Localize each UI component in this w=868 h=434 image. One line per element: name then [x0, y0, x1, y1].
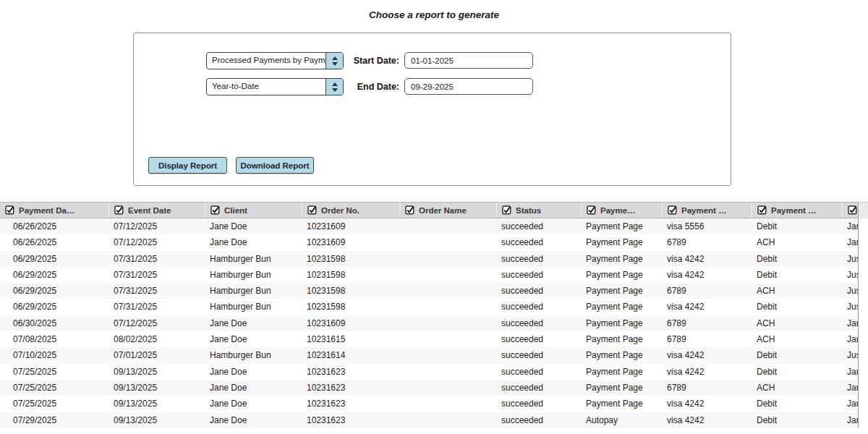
column-header[interactable]: Payment …	[662, 203, 752, 218]
table-row[interactable]: 07/25/202509/13/2025Jane Doe10231623succ…	[0, 364, 858, 380]
table-cell: 10231598	[302, 251, 399, 267]
column-checkbox-icon[interactable]	[210, 205, 220, 215]
table-cell	[399, 267, 496, 283]
display-report-button[interactable]: Display Report	[148, 157, 227, 174]
table-cell	[399, 234, 496, 250]
end-date-label: End Date:	[305, 78, 399, 95]
table-cell: Payment Page	[581, 364, 662, 380]
table-row[interactable]: 06/29/202507/31/2025Hamburger Bun1023159…	[0, 299, 858, 315]
table-body: 06/26/202507/12/2025Jane Doe10231609succ…	[0, 218, 858, 428]
table-cell: ACH	[752, 234, 842, 250]
table-cell: Jus	[842, 251, 859, 267]
table-cell: Jus	[842, 347, 859, 363]
table-row[interactable]: 06/29/202507/31/2025Hamburger Bun1023159…	[0, 267, 858, 283]
table-cell: succeeded	[496, 396, 581, 412]
table-cell: 6789	[662, 315, 752, 331]
column-header[interactable]: Payment Da…	[0, 203, 109, 218]
start-date-label: Start Date:	[305, 52, 399, 69]
table-cell: 06/29/2025	[0, 251, 109, 267]
table-row[interactable]: 06/26/202507/12/2025Jane Doe10231609succ…	[0, 234, 858, 250]
table-header: Payment Da…Event DateClientOrder No.Orde…	[0, 202, 858, 218]
table-cell: succeeded	[496, 218, 581, 234]
table-cell: Jane Doe	[205, 315, 302, 331]
table-cell: 10231609	[302, 218, 399, 234]
table-cell: 07/29/2025	[0, 412, 109, 428]
table-cell: succeeded	[496, 364, 581, 380]
column-header[interactable]: Payment …	[752, 203, 842, 218]
table-cell: 07/10/2025	[0, 347, 109, 363]
table-cell: 6789	[662, 283, 752, 299]
table-cell: succeeded	[496, 331, 581, 347]
column-header-label: Payment Da…	[19, 206, 75, 215]
table-cell: 07/31/2025	[109, 251, 205, 267]
table-cell: succeeded	[496, 234, 581, 250]
column-header[interactable]: Status	[496, 203, 581, 218]
table-cell: Jane Doe	[205, 331, 302, 347]
table-cell: 10231623	[302, 412, 399, 428]
column-header[interactable]: Order No.	[302, 203, 399, 218]
table-cell: Jan	[842, 380, 859, 396]
column-checkbox-icon[interactable]	[114, 205, 124, 215]
start-date-input[interactable]	[404, 52, 533, 69]
table-row[interactable]: 06/29/202507/31/2025Hamburger Bun1023159…	[0, 251, 858, 267]
table-cell: Payment Page	[581, 234, 662, 250]
table-cell: Payment Page	[581, 347, 662, 363]
table-cell: 07/31/2025	[109, 267, 205, 283]
table-cell: Payment Page	[581, 315, 662, 331]
column-header-label: Payme…	[600, 206, 636, 215]
table-cell: Hamburger Bun	[205, 283, 302, 299]
table-cell: 09/13/2025	[109, 412, 205, 428]
table-cell	[399, 396, 496, 412]
table-cell: visa 4242	[662, 251, 752, 267]
table-row[interactable]: 07/10/202507/01/2025Hamburger Bun1023161…	[0, 347, 858, 363]
table-cell: Payment Page	[581, 218, 662, 234]
table-row[interactable]: 07/25/202509/13/2025Jane Doe10231623succ…	[0, 396, 858, 412]
column-header[interactable]: Order Name	[399, 203, 496, 218]
end-date-input[interactable]	[404, 78, 533, 95]
table-cell: Jane Doe	[205, 234, 302, 250]
table-cell: Jane Doe	[205, 218, 302, 234]
column-header[interactable]: Event Date	[109, 203, 205, 218]
table-cell: visa 4242	[662, 396, 752, 412]
table-cell: 06/30/2025	[0, 315, 109, 331]
column-checkbox-icon[interactable]	[307, 205, 317, 215]
column-checkbox-icon[interactable]	[848, 205, 857, 215]
scrollbar-track[interactable]	[859, 202, 868, 218]
table-cell	[399, 412, 496, 428]
column-header-label: Payment …	[681, 206, 727, 215]
table-cell: 10231598	[302, 267, 399, 283]
table-cell: Debit	[752, 364, 842, 380]
table-cell: 10231614	[302, 347, 399, 363]
table-cell: Debit	[752, 218, 842, 234]
column-header[interactable]: Payme…	[581, 203, 662, 218]
table-row[interactable]: 07/29/202509/13/2025Jane Doe10231623succ…	[0, 412, 858, 428]
table-cell: Payment Page	[581, 380, 662, 396]
column-checkbox-icon[interactable]	[757, 205, 767, 215]
table-cell: Jane Doe	[205, 396, 302, 412]
table-cell: visa 4242	[662, 299, 752, 315]
column-checkbox-icon[interactable]	[668, 205, 677, 215]
column-checkbox-icon[interactable]	[5, 205, 14, 215]
column-header[interactable]	[842, 203, 859, 218]
table-row[interactable]: 06/29/202507/31/2025Hamburger Bun1023159…	[0, 283, 858, 299]
payments-table: Payment Da…Event DateClientOrder No.Orde…	[0, 202, 859, 428]
table-cell: Debit	[752, 299, 842, 315]
table-cell	[399, 251, 496, 267]
column-checkbox-icon[interactable]	[502, 205, 511, 215]
table-row[interactable]: 07/25/202509/13/2025Jane Doe10231623succ…	[0, 380, 858, 396]
table-cell: Jus	[842, 283, 859, 299]
table-cell: 6789	[662, 380, 752, 396]
table-row[interactable]: 06/26/202507/12/2025Jane Doe10231609succ…	[0, 218, 858, 234]
table-cell: Payment Page	[581, 331, 662, 347]
table-cell: Hamburger Bun	[205, 299, 302, 315]
table-cell: Jan	[842, 218, 859, 234]
column-header[interactable]: Client	[205, 203, 302, 218]
table-cell: Debit	[752, 347, 842, 363]
column-checkbox-icon[interactable]	[405, 205, 414, 215]
table-row[interactable]: 06/30/202507/12/2025Jane Doe10231609succ…	[0, 315, 858, 331]
table-row[interactable]: 07/08/202508/02/2025Jane Doe10231615succ…	[0, 331, 858, 347]
download-report-button[interactable]: Download Report	[236, 157, 314, 174]
table-cell: Payment Page	[581, 283, 662, 299]
column-checkbox-icon[interactable]	[587, 205, 596, 215]
table-cell: 07/25/2025	[0, 380, 109, 396]
